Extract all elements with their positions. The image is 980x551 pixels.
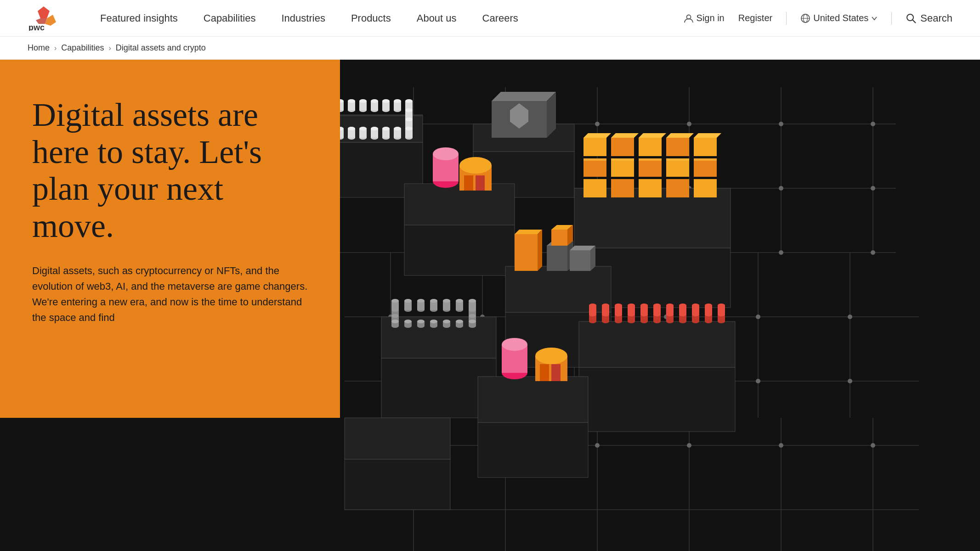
svg-point-299 <box>589 304 596 307</box>
svg-rect-218 <box>666 158 689 161</box>
breadcrumb: Home › Capabilities › Digital assets and… <box>0 37 980 60</box>
user-icon <box>684 13 694 23</box>
svg-point-247 <box>469 299 476 303</box>
svg-line-9 <box>913 20 916 23</box>
svg-point-68 <box>756 379 760 383</box>
svg-point-41 <box>687 122 691 126</box>
svg-rect-221 <box>611 179 634 197</box>
hero-text-panel: Digital assets are here to stay. Let's p… <box>0 60 340 418</box>
svg-point-277 <box>456 320 463 323</box>
svg-point-195 <box>459 157 492 174</box>
region-selector[interactable]: United States <box>800 13 878 23</box>
svg-marker-285 <box>538 230 542 271</box>
svg-point-99 <box>394 99 401 103</box>
svg-point-73 <box>687 443 691 448</box>
svg-point-49 <box>779 186 783 191</box>
svg-rect-211 <box>611 158 634 177</box>
svg-point-302 <box>602 304 609 307</box>
svg-point-238 <box>430 299 437 303</box>
svg-marker-208 <box>666 133 694 138</box>
svg-point-126 <box>359 127 367 130</box>
svg-point-332 <box>589 313 596 316</box>
svg-point-338 <box>615 313 622 316</box>
nav-products[interactable]: Products <box>338 12 404 24</box>
svg-point-138 <box>405 127 413 130</box>
nav-careers[interactable]: Careers <box>470 12 531 24</box>
svg-rect-295 <box>579 367 735 432</box>
svg-text:pwc: pwc <box>28 23 45 31</box>
svg-rect-292 <box>551 230 567 246</box>
svg-point-123 <box>348 127 355 130</box>
svg-point-50 <box>871 186 875 191</box>
svg-point-347 <box>653 313 661 316</box>
sign-in-link[interactable]: Sign in <box>684 13 725 23</box>
svg-rect-370 <box>540 364 549 381</box>
svg-point-8 <box>907 14 913 21</box>
svg-point-229 <box>391 299 399 303</box>
svg-point-56 <box>779 250 783 255</box>
chevron-down-icon <box>871 15 878 22</box>
svg-rect-216 <box>611 158 634 161</box>
svg-point-359 <box>705 313 712 316</box>
register-label: Register <box>738 13 772 23</box>
svg-rect-219 <box>694 158 717 161</box>
nav-industries[interactable]: Industries <box>269 12 338 24</box>
svg-marker-206 <box>611 133 639 138</box>
svg-rect-372 <box>345 459 450 510</box>
breadcrumb-home[interactable]: Home <box>28 43 50 53</box>
svg-point-57 <box>871 250 875 255</box>
svg-point-305 <box>615 304 622 307</box>
hero-section: Digital assets are here to stay. Let's p… <box>0 60 980 551</box>
logo[interactable]: pwc <box>28 6 60 31</box>
svg-rect-197 <box>476 175 485 191</box>
nav-featured-insights[interactable]: Featured insights <box>87 12 191 24</box>
svg-point-62 <box>756 315 760 319</box>
svg-point-135 <box>394 127 401 130</box>
search-button[interactable]: Search <box>906 12 952 24</box>
svg-point-108 <box>405 108 413 112</box>
site-header: pwc Featured insights Capabilities Indus… <box>0 0 980 37</box>
svg-point-241 <box>443 299 450 303</box>
svg-point-344 <box>640 313 648 316</box>
svg-point-280 <box>469 320 476 323</box>
svg-point-314 <box>653 304 661 307</box>
svg-rect-363 <box>478 422 588 478</box>
svg-point-308 <box>628 304 635 307</box>
svg-point-235 <box>417 299 425 303</box>
svg-point-317 <box>666 304 674 307</box>
svg-point-323 <box>692 304 699 307</box>
svg-point-40 <box>595 122 600 126</box>
svg-point-69 <box>848 379 852 383</box>
svg-rect-203 <box>666 138 689 156</box>
search-icon <box>906 13 917 24</box>
svg-point-43 <box>871 122 875 126</box>
register-link[interactable]: Register <box>738 13 772 23</box>
svg-point-353 <box>679 313 686 316</box>
breadcrumb-capabilities[interactable]: Capabilities <box>61 43 104 53</box>
header-right-controls: Sign in Register United States Search <box>684 12 952 25</box>
svg-point-362 <box>718 313 725 316</box>
svg-rect-373 <box>345 418 450 459</box>
svg-point-356 <box>692 313 699 316</box>
svg-point-329 <box>718 304 725 307</box>
header-divider-2 <box>891 12 892 25</box>
svg-point-74 <box>779 443 783 448</box>
svg-point-265 <box>404 320 412 323</box>
svg-point-259 <box>469 314 476 318</box>
svg-point-72 <box>595 443 600 448</box>
svg-point-102 <box>405 99 413 103</box>
nav-capabilities[interactable]: Capabilities <box>191 12 269 24</box>
svg-point-129 <box>371 127 378 130</box>
svg-rect-215 <box>583 158 606 161</box>
svg-point-244 <box>456 299 463 303</box>
breadcrumb-sep-2: › <box>108 44 111 52</box>
header-divider <box>786 12 787 25</box>
svg-rect-364 <box>478 377 588 422</box>
svg-point-369 <box>535 348 567 364</box>
breadcrumb-sep-1: › <box>54 44 57 52</box>
nav-about-us[interactable]: About us <box>404 12 470 24</box>
svg-point-193 <box>433 147 459 160</box>
main-nav: Featured insights Capabilities Industrie… <box>87 12 684 24</box>
svg-rect-223 <box>666 179 689 197</box>
svg-point-274 <box>443 320 450 323</box>
